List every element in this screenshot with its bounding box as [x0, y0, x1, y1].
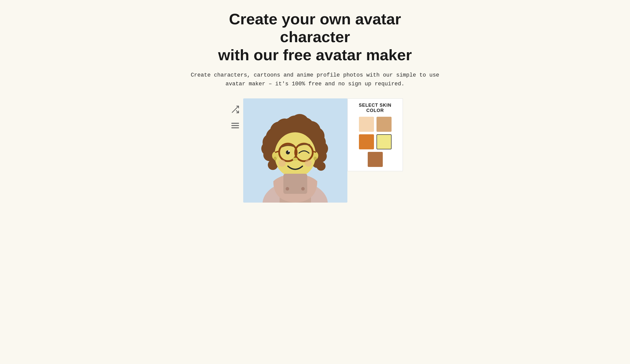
title-line2: with our free avatar maker — [218, 46, 412, 64]
svg-point-49 — [305, 160, 312, 167]
menu-icon — [231, 121, 240, 130]
skin-swatch-orange-brown[interactable] — [359, 134, 374, 149]
svg-point-48 — [279, 160, 286, 167]
avatar-tools — [227, 101, 243, 134]
avatar-section: SELECT SKIN COLOR — [227, 98, 403, 203]
color-swatches — [353, 117, 398, 167]
skin-panel-label: SELECT SKIN COLOR — [353, 103, 398, 113]
shuffle-button[interactable] — [229, 103, 241, 115]
skin-swatch-warm-brown[interactable] — [368, 152, 383, 167]
skin-swatch-light-yellow[interactable] — [376, 134, 392, 149]
page-subtitle: Create characters, cartoons and anime pr… — [183, 71, 447, 88]
title-line1: Create your own avatar character — [229, 10, 401, 45]
svg-point-33 — [317, 162, 326, 171]
avatar-canvas-wrapper: SELECT SKIN COLOR — [227, 98, 403, 203]
page-title: Create your own avatar character with ou… — [202, 10, 428, 64]
menu-button[interactable] — [229, 119, 241, 132]
skin-swatch-light-peach[interactable] — [359, 117, 374, 132]
avatar-canvas — [243, 98, 347, 203]
skin-color-panel: SELECT SKIN COLOR — [347, 98, 403, 171]
svg-point-29 — [268, 129, 279, 140]
skin-swatch-tan[interactable] — [376, 117, 392, 132]
svg-point-46 — [288, 150, 290, 152]
svg-point-47 — [293, 158, 298, 161]
shuffle-icon — [231, 105, 240, 114]
svg-point-52 — [301, 187, 305, 191]
avatar-svg — [243, 98, 347, 203]
svg-point-51 — [286, 187, 289, 191]
svg-point-37 — [274, 157, 276, 160]
svg-point-38 — [314, 157, 317, 160]
svg-rect-50 — [283, 174, 307, 194]
